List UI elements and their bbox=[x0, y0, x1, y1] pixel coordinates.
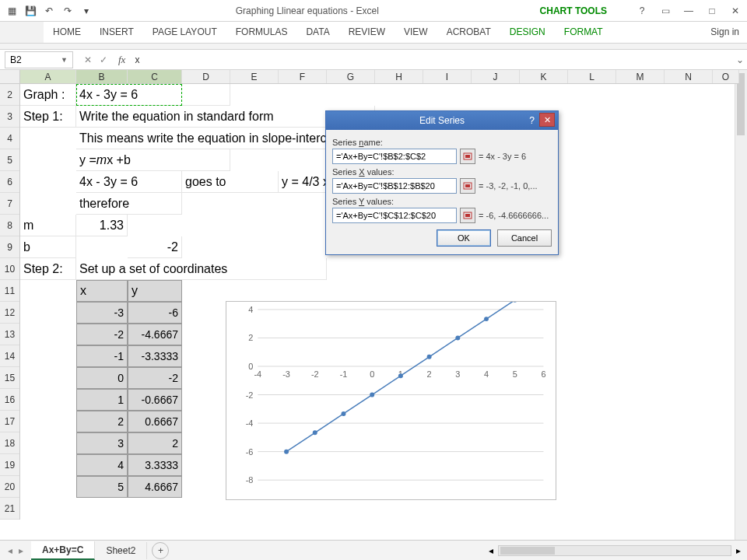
ok-button[interactable]: OK bbox=[437, 229, 491, 247]
row-header[interactable]: 11 bbox=[0, 280, 19, 302]
row-header[interactable]: 5 bbox=[0, 149, 19, 171]
column-header[interactable]: N bbox=[665, 70, 713, 83]
column-header[interactable]: A bbox=[20, 70, 76, 83]
range-picker-name-icon[interactable] bbox=[460, 149, 475, 164]
row-header[interactable]: 12 bbox=[0, 302, 19, 324]
enter-formula-icon[interactable]: ✓ bbox=[100, 54, 107, 65]
cell[interactable]: -2 bbox=[76, 324, 128, 345]
row-header[interactable]: 6 bbox=[0, 171, 19, 193]
add-sheet-icon[interactable]: + bbox=[152, 542, 169, 559]
horizontal-scrollbar[interactable] bbox=[498, 545, 731, 556]
cell[interactable]: -0.6667 bbox=[128, 389, 182, 411]
range-picker-x-icon[interactable] bbox=[460, 178, 475, 194]
cell[interactable]: 4x - 3y = 6 bbox=[76, 171, 182, 193]
cell[interactable]: -4.6667 bbox=[128, 324, 182, 345]
series-x-input[interactable] bbox=[332, 178, 457, 194]
dialog-help-icon[interactable]: ? bbox=[529, 115, 535, 126]
vertical-scrollbar[interactable] bbox=[735, 70, 747, 540]
sheet-nav-next-icon[interactable]: ▸ bbox=[19, 545, 23, 556]
sheet-nav-prev-icon[interactable]: ◂ bbox=[8, 545, 12, 556]
file-tab[interactable] bbox=[0, 22, 44, 43]
cell[interactable]: 2 bbox=[128, 432, 182, 454]
row-header[interactable]: 8 bbox=[0, 215, 19, 236]
hscroll-left-icon[interactable]: ◂ bbox=[489, 545, 493, 556]
cell[interactable]: 3 bbox=[76, 432, 128, 454]
column-header[interactable]: H bbox=[375, 70, 423, 83]
row-header[interactable]: 17 bbox=[0, 411, 19, 432]
redo-icon[interactable]: ↷ bbox=[59, 2, 76, 19]
row-header[interactable]: 13 bbox=[0, 324, 19, 345]
cell[interactable]: -3 bbox=[76, 302, 128, 324]
cell[interactable]: b bbox=[20, 236, 76, 258]
cell[interactable]: goes to bbox=[182, 171, 279, 193]
column-header[interactable]: I bbox=[423, 70, 472, 83]
cell[interactable]: Set up a set of coordinates bbox=[76, 258, 327, 280]
tab-acrobat[interactable]: ACROBAT bbox=[437, 22, 500, 43]
column-header[interactable]: C bbox=[128, 70, 182, 83]
cell[interactable]: Step 2: bbox=[20, 258, 76, 280]
close-window-icon[interactable]: ✕ bbox=[724, 5, 747, 16]
cancel-formula-icon[interactable]: ✕ bbox=[84, 54, 92, 65]
tab-data[interactable]: DATA bbox=[296, 22, 338, 43]
cell[interactable]: 1 bbox=[76, 389, 128, 411]
column-header[interactable]: G bbox=[327, 70, 375, 83]
column-header[interactable]: F bbox=[279, 70, 327, 83]
undo-icon[interactable]: ↶ bbox=[40, 2, 58, 19]
sheet-tab-active[interactable]: Ax+By=C bbox=[31, 541, 95, 560]
tab-home[interactable]: HOME bbox=[44, 22, 90, 43]
cell[interactable]: 4.6667 bbox=[128, 476, 182, 498]
help-icon[interactable]: ? bbox=[630, 5, 654, 16]
row-header[interactable]: 15 bbox=[0, 367, 19, 389]
save-icon[interactable]: 💾 bbox=[22, 2, 39, 19]
cell[interactable]: y = m x +b bbox=[76, 149, 230, 171]
cell[interactable]: x bbox=[76, 280, 128, 302]
sheet-tab-sheet2[interactable]: Sheet2 bbox=[95, 542, 147, 559]
cell[interactable]: m bbox=[20, 215, 76, 236]
row-header[interactable]: 10 bbox=[0, 258, 19, 280]
row-header[interactable]: 20 bbox=[0, 476, 19, 498]
row-header[interactable]: 4 bbox=[0, 128, 19, 149]
namebox-dropdown-icon[interactable]: ▼ bbox=[61, 56, 68, 64]
cell[interactable]: -2 bbox=[128, 367, 182, 389]
column-header[interactable]: B bbox=[76, 70, 128, 83]
row-header[interactable]: 19 bbox=[0, 454, 19, 476]
fx-icon[interactable]: fx bbox=[114, 54, 130, 66]
cell[interactable]: Step 1: bbox=[20, 106, 76, 128]
formula-expand-icon[interactable]: ⌄ bbox=[733, 54, 747, 65]
cell[interactable]: -1 bbox=[76, 345, 128, 367]
tab-review[interactable]: REVIEW bbox=[339, 22, 395, 43]
tab-view[interactable]: VIEW bbox=[395, 22, 437, 43]
cell[interactable]: 0 bbox=[76, 367, 128, 389]
tab-format[interactable]: FORMAT bbox=[555, 22, 612, 43]
minimize-icon[interactable]: — bbox=[677, 5, 700, 16]
name-box[interactable]: B2 ▼ bbox=[5, 51, 73, 68]
cell[interactable]: -3.3333 bbox=[128, 345, 182, 367]
series-y-input[interactable] bbox=[332, 208, 457, 223]
tab-design[interactable]: DESIGN bbox=[500, 22, 555, 43]
cell[interactable]: therefore bbox=[76, 193, 182, 215]
row-header[interactable]: 9 bbox=[0, 236, 19, 258]
sign-in-link[interactable]: Sign in bbox=[703, 22, 747, 43]
cancel-button[interactable]: Cancel bbox=[497, 229, 552, 247]
hscroll-right-icon[interactable]: ▸ bbox=[736, 545, 741, 556]
column-header[interactable]: E bbox=[230, 70, 279, 83]
cell[interactable]: 0.6667 bbox=[128, 411, 182, 432]
chart-area[interactable]: -8-6-4-2024-4-3-2-10123456 bbox=[226, 301, 556, 500]
cell[interactable]: 3.3333 bbox=[128, 454, 182, 476]
column-header[interactable]: J bbox=[472, 70, 520, 83]
cell[interactable]: 2 bbox=[76, 411, 128, 432]
column-header[interactable]: D bbox=[182, 70, 230, 83]
cell[interactable]: 4 bbox=[76, 454, 128, 476]
row-header[interactable]: 21 bbox=[0, 498, 19, 520]
column-header[interactable]: L bbox=[568, 70, 616, 83]
worksheet-grid[interactable]: ABCDEFGHIJKLMNO 234567891011121314151617… bbox=[0, 70, 747, 541]
range-picker-y-icon[interactable] bbox=[460, 208, 475, 223]
row-header[interactable]: 7 bbox=[0, 193, 19, 215]
column-header[interactable]: K bbox=[520, 70, 568, 83]
cell[interactable]: y bbox=[128, 280, 182, 302]
tab-page-layout[interactable]: PAGE LAYOUT bbox=[143, 22, 226, 43]
column-header[interactable]: O bbox=[713, 70, 739, 83]
cell[interactable]: 1.33 bbox=[76, 215, 128, 236]
maximize-icon[interactable]: □ bbox=[700, 5, 724, 16]
dialog-title-bar[interactable]: Edit Series ? ✕ bbox=[326, 111, 558, 130]
